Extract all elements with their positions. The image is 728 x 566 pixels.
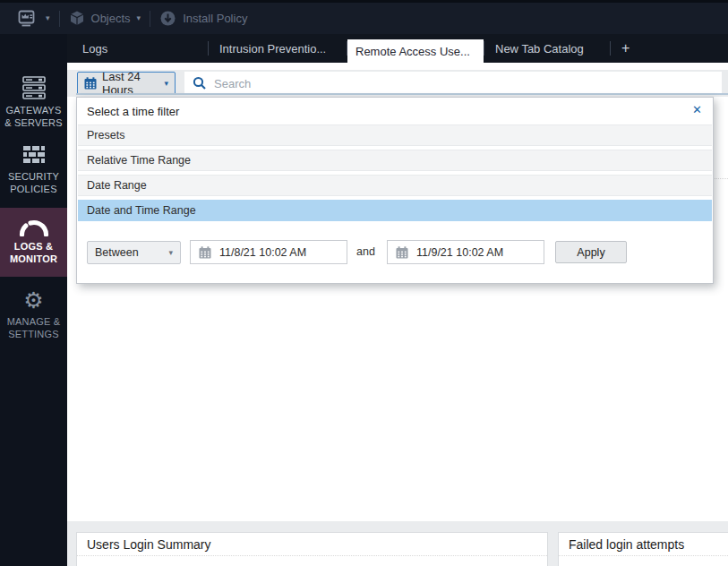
option-date-time-range[interactable]: Date and Time Range bbox=[78, 200, 712, 221]
and-label: and bbox=[356, 245, 375, 258]
time-filter-popup: Select a time filter ✕ Presets Relative … bbox=[76, 97, 714, 284]
option-label: Presets bbox=[87, 129, 124, 142]
new-tab-button[interactable]: + bbox=[611, 34, 630, 63]
sidebar-item-label: SECURITY bbox=[8, 171, 59, 184]
caret-down-icon: ▾ bbox=[137, 14, 141, 22]
failed-login-attempts-panel: Failed login attempts bbox=[558, 532, 728, 566]
cube-icon bbox=[69, 10, 85, 27]
caret-down-icon: ▾ bbox=[168, 249, 173, 257]
sidebar-item-label: SETTINGS bbox=[8, 329, 59, 341]
tab-intrusion-prevention[interactable]: Intrusion Preventio... bbox=[209, 34, 347, 63]
tab-remote-access-users[interactable]: Remote Access Use... bbox=[347, 39, 484, 63]
tab-label: Intrusion Preventio... bbox=[219, 42, 326, 56]
calendar-icon bbox=[199, 246, 211, 259]
tab-label: Remote Access Use... bbox=[355, 45, 470, 58]
end-date-field bbox=[387, 240, 544, 264]
sidebar-item-logs-monitor[interactable]: LOGS & MONITOR bbox=[0, 208, 67, 277]
main-menu-button[interactable]: ▾ bbox=[9, 3, 59, 34]
main-content: Last 24 Hours ▾ Select a time filter ✕ P… bbox=[67, 63, 728, 566]
sidebar-item-gateways-servers[interactable]: GATEWAYS & SERVERS bbox=[0, 75, 67, 129]
plus-icon: + bbox=[621, 40, 630, 56]
install-policy-menu[interactable]: Install Policy bbox=[150, 3, 256, 34]
sidebar-item-label: GATEWAYS bbox=[6, 105, 62, 117]
operator-select[interactable]: Between ▾ bbox=[87, 241, 181, 264]
tab-logs[interactable]: Logs bbox=[67, 34, 208, 63]
date-time-range-form: Between ▾ bbox=[77, 225, 713, 286]
install-policy-icon bbox=[159, 10, 176, 27]
operator-value: Between bbox=[95, 246, 139, 259]
option-label: Relative Time Range bbox=[87, 154, 191, 167]
start-date-field bbox=[190, 240, 347, 264]
option-relative-time-range[interactable]: Relative Time Range bbox=[78, 150, 712, 171]
gauge-icon bbox=[18, 218, 50, 236]
widgets-region: Users Login Summary Failed login attempt… bbox=[67, 521, 728, 566]
background-panel-edge bbox=[76, 93, 728, 95]
caret-down-icon: ▾ bbox=[164, 80, 168, 88]
popup-title: Select a time filter bbox=[87, 105, 179, 118]
top-menu-bar: ▾ Objects ▾ Install Policy bbox=[0, 0, 728, 34]
gear-icon: ⚙ bbox=[23, 288, 43, 312]
sidebar-item-manage-settings[interactable]: ⚙ MANAGE & SETTINGS bbox=[0, 288, 67, 340]
caret-down-icon: ▾ bbox=[46, 14, 50, 22]
search-icon bbox=[193, 76, 207, 90]
close-icon[interactable]: ✕ bbox=[692, 104, 702, 116]
tab-label: New Tab Catalog bbox=[495, 42, 584, 56]
popup-header: Select a time filter ✕ bbox=[77, 98, 713, 124]
time-filter-button[interactable]: Last 24 Hours ▾ bbox=[77, 72, 176, 95]
start-date-input[interactable] bbox=[219, 246, 336, 259]
install-policy-label: Install Policy bbox=[183, 12, 247, 25]
servers-icon bbox=[21, 75, 47, 100]
option-presets[interactable]: Presets bbox=[78, 124, 712, 146]
objects-label: Objects bbox=[91, 12, 131, 25]
time-filter-options: Presets Relative Time Range Date Range D… bbox=[77, 124, 713, 221]
security-policies-icon bbox=[21, 143, 47, 167]
smartconsole-menu-icon bbox=[18, 10, 39, 28]
tab-new-tab-catalog[interactable]: New Tab Catalog bbox=[484, 34, 610, 63]
panel-title: Failed login attempts bbox=[559, 533, 728, 556]
option-label: Date and Time Range bbox=[87, 204, 196, 217]
sidebar-item-label: & SERVERS bbox=[4, 117, 63, 130]
search-input[interactable] bbox=[214, 77, 722, 90]
panel-title: Users Login Summary bbox=[77, 533, 547, 556]
sidebar-item-label: LOGS & bbox=[14, 241, 53, 253]
sidebar-item-label: MONITOR bbox=[10, 253, 57, 266]
search-bar bbox=[184, 72, 722, 95]
users-login-summary-panel: Users Login Summary bbox=[76, 532, 548, 566]
tab-label: Logs bbox=[82, 42, 107, 56]
calendar-icon bbox=[84, 77, 97, 90]
sidebar-item-label: POLICIES bbox=[10, 184, 56, 196]
option-label: Date Range bbox=[87, 179, 147, 192]
tab-bar: Logs Intrusion Preventio... Remote Acces… bbox=[67, 34, 728, 63]
option-date-range[interactable]: Date Range bbox=[78, 175, 712, 196]
sidebar-nav: GATEWAYS & SERVERS SECURITY POLICIES LOG… bbox=[0, 34, 67, 566]
end-date-input[interactable] bbox=[416, 246, 533, 259]
sidebar-item-security-policies[interactable]: SECURITY POLICIES bbox=[0, 143, 67, 195]
objects-menu[interactable]: Objects ▾ bbox=[60, 3, 150, 34]
calendar-icon bbox=[396, 246, 408, 259]
apply-button[interactable]: Apply bbox=[555, 241, 627, 263]
sidebar-item-label: MANAGE & bbox=[7, 316, 61, 329]
